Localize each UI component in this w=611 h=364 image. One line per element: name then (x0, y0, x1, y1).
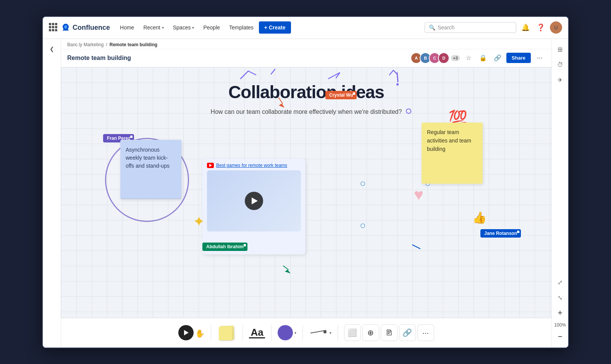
text-tool[interactable]: Aa (249, 327, 265, 338)
page-header-right: A B C D +3 ☆ 🔒 🔗 Share ··· (411, 52, 545, 64)
recent-chevron: ▾ (162, 26, 164, 30)
canvas-area[interactable]: Collaboration ideas How can our team col… (61, 67, 551, 318)
shape-tool[interactable] (278, 325, 293, 340)
breadcrumb-parent[interactable]: Banc.ly Marketing (67, 42, 103, 47)
sticky-note-blue[interactable]: Asynchronous weekly team kick-offs and s… (120, 140, 181, 199)
toolbar-divider-5 (338, 325, 338, 340)
left-sidebar: ❮ (43, 39, 61, 348)
youtube-icon (207, 163, 214, 168)
app-logo[interactable]: Confluence (61, 23, 110, 32)
play-button[interactable] (178, 325, 194, 340)
svg-point-5 (361, 182, 365, 186)
user-label-crystal: Crystal Wu (325, 91, 357, 99)
frame-tool[interactable]: ⬜ (344, 324, 361, 341)
zoom-in-button[interactable]: + (554, 307, 566, 319)
toolbar-sticky (214, 324, 239, 341)
breadcrumb-bar: Banc.ly Marketing / Remote team building (61, 39, 551, 49)
svg-marker-3 (279, 104, 284, 108)
history-icon[interactable]: ⏱ (554, 59, 566, 71)
bottom-toolbar: ✋ Aa ▾ (61, 318, 551, 348)
toolbar-divider-3 (271, 325, 272, 340)
restrict-button[interactable]: 🔒 (477, 52, 489, 64)
right-sidebar: ⊞ ⏱ ✈ ⤢ ⤡ + 100% − (551, 39, 568, 348)
canvas-subtitle: How can our team collaborate more effect… (211, 108, 402, 115)
svg-point-0 (396, 83, 399, 86)
sticky-note-tool[interactable] (217, 324, 236, 341)
compress-icon[interactable]: ⤡ (554, 292, 566, 304)
zoom-out-button[interactable]: − (554, 331, 566, 343)
more-tools-button[interactable]: ··· (417, 324, 434, 341)
nav-templates[interactable]: Templates (225, 22, 257, 33)
user-label-jane: Jane Rotanson (480, 229, 521, 238)
sidebar-toggle[interactable]: ❮ (47, 44, 57, 54)
nav-home[interactable]: Home (116, 22, 138, 33)
search-placeholder: Search (438, 24, 454, 31)
video-thumbnail[interactable] (207, 170, 301, 231)
nav-recent[interactable]: Recent ▾ (139, 22, 167, 33)
nav-spaces[interactable]: Spaces ▾ (169, 22, 198, 33)
sticky-yellow-text: Regular team activities and team buildin… (427, 129, 471, 152)
nav-people[interactable]: People (199, 22, 224, 33)
toolbar-extras: ⬜ ⊕ 🖹 🔗 ··· (341, 324, 437, 341)
link-button[interactable]: 🔗 (492, 52, 503, 64)
app-name: Confluence (73, 24, 110, 32)
search-box[interactable]: 🔍 Search (425, 22, 516, 33)
shape-dropdown-arrow[interactable]: ▾ (294, 331, 296, 335)
toolbar-shape: ▾ (275, 325, 299, 340)
svg-marker-4 (285, 270, 291, 273)
line-tool[interactable] (309, 324, 328, 341)
video-play-button[interactable] (245, 192, 263, 210)
video-card[interactable]: Best games for remote work teams (202, 159, 306, 254)
toolbar-playback: ✋ (175, 325, 208, 340)
link-tool[interactable]: 🔗 (399, 324, 416, 341)
toolbar-divider-2 (242, 325, 243, 340)
toolbar-text: Aa (246, 327, 268, 338)
user-label-abdullah: Abdullah Ibrahim (202, 243, 247, 251)
heart-doodle: ♥ (414, 186, 423, 204)
content-wrapper: ❮ Banc.ly Marketing / Remote team buildi… (43, 39, 568, 348)
hand-tool[interactable]: ✋ (195, 329, 205, 338)
sticky-note-yellow[interactable]: Regular team activities and team buildin… (422, 123, 483, 184)
sticky-blue-text: Asynchronous weekly team kick-offs and s… (126, 147, 170, 169)
svg-point-1 (406, 109, 411, 113)
navbar: Confluence Home Recent ▾ Spaces ▾ People… (43, 17, 568, 39)
notification-button[interactable]: 🔔 (519, 21, 532, 34)
page-header: Remote team building A B C D +3 ☆ 🔒 🔗 Sh… (61, 49, 551, 67)
page-title: Remote team building (67, 55, 131, 61)
video-card-header: Best games for remote work teams (202, 159, 306, 170)
main-canvas-wrapper: Banc.ly Marketing / Remote team building… (61, 39, 551, 348)
grid-icon[interactable] (49, 23, 58, 32)
svg-point-7 (361, 224, 365, 228)
create-button[interactable]: + Create (259, 21, 291, 34)
search-icon: 🔍 (429, 24, 435, 31)
toolbar-divider-1 (211, 325, 211, 340)
expand-icon[interactable]: ⤢ (554, 277, 566, 289)
star-doodle: ✦ (193, 213, 205, 230)
image-tool[interactable]: ⊕ (362, 324, 379, 341)
help-button[interactable]: ❓ (535, 21, 547, 34)
video-card-title[interactable]: Best games for remote work teams (216, 163, 287, 168)
layout-icon[interactable]: ⊞ (554, 44, 566, 56)
spaces-chevron: ▾ (192, 26, 194, 30)
line-dropdown-arrow[interactable]: ▾ (330, 331, 331, 335)
user-avatar[interactable]: U (550, 21, 562, 34)
star-button[interactable]: ☆ (463, 52, 474, 64)
pin-icon[interactable]: ✈ (554, 74, 566, 86)
avatar-4[interactable]: D (438, 52, 449, 64)
canvas-title: Collaboration ideas (228, 82, 384, 102)
stamp-tool[interactable]: 🖹 (381, 324, 398, 341)
collaborator-avatars: A B C D +3 (411, 52, 460, 64)
breadcrumb-separator: / (106, 42, 107, 47)
zoom-level: 100% (554, 322, 566, 328)
toolbar-line: ▾ (306, 324, 335, 341)
nav-links: Home Recent ▾ Spaces ▾ People Templates … (116, 21, 422, 34)
avatar-count: +3 (451, 55, 460, 61)
toolbar-divider-4 (302, 325, 303, 340)
breadcrumb-current: Remote team building (110, 42, 157, 47)
share-button[interactable]: Share (506, 53, 531, 63)
nav-right: 🔍 Search 🔔 ❓ U (425, 21, 562, 34)
more-options-button[interactable]: ··· (534, 52, 545, 64)
